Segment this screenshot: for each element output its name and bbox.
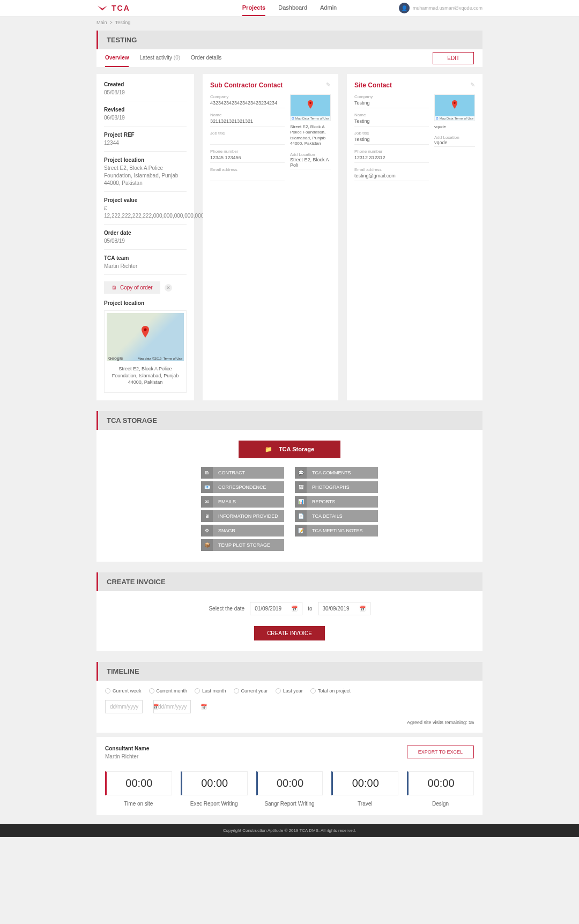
timeline-to-date[interactable]: dd/mm/yyyy📅	[153, 700, 191, 713]
travel-box: 00:00Travel	[331, 771, 398, 807]
team-value: Martin Richter	[104, 263, 187, 270]
envelope-icon: ✉	[201, 496, 213, 508]
timeline-from-date[interactable]: dd/mm/yyyy📅	[105, 700, 143, 713]
doc-icon: 📄	[295, 510, 307, 522]
storage-temp-plot[interactable]: 📦TEMP PLOT STORAGE	[201, 539, 284, 551]
radio-current-year[interactable]: Current year	[234, 688, 268, 694]
edit-subcon-icon[interactable]: ✎	[326, 81, 331, 88]
storage-meeting-notes[interactable]: 📝TCA MEETING NOTES	[295, 525, 378, 536]
gear-icon: ⚙	[201, 525, 213, 536]
invoice-title: CREATE INVOICE	[96, 572, 482, 591]
timeline-title: TIMELINE	[96, 662, 482, 681]
consultant-label: Consultant Name	[105, 746, 149, 751]
storage-info-provided[interactable]: 🖥INFORMATION PROVIDED	[201, 510, 284, 522]
sangr-report-box: 00:00Sangr Report Writing	[256, 771, 323, 807]
created-value: 05/08/19	[104, 89, 187, 96]
orderdate-value: 05/08/19	[104, 237, 187, 245]
nav-admin[interactable]: Admin	[320, 0, 337, 16]
mail-icon: 📧	[201, 481, 213, 493]
image-icon: 🖼	[295, 481, 307, 493]
storage-reports[interactable]: 📊REPORTS	[295, 496, 378, 508]
nav-projects[interactable]: Projects	[242, 0, 265, 16]
storage-snagr[interactable]: ⚙SNAGR	[201, 525, 284, 536]
main-nav: Projects Dashboard Admin	[242, 0, 337, 16]
consultant-name: Martin Richter	[105, 753, 149, 761]
map-pin-icon	[307, 100, 314, 110]
site-map[interactable]: GMap DataTerms of Use	[434, 94, 475, 121]
storage-details[interactable]: 📄TCA DETAILS	[295, 510, 378, 522]
nav-dashboard[interactable]: Dashboard	[278, 0, 307, 16]
calendar-icon: 📅	[359, 606, 366, 612]
radio-last-month[interactable]: Last month	[195, 688, 226, 694]
subcon-title: Sub Contractor Contact	[210, 81, 331, 89]
calendar-icon: 📅	[291, 606, 298, 612]
map-section-label: Project location	[104, 300, 187, 306]
location-value: Street E2, Block A Police Foundation, Is…	[104, 165, 187, 187]
file-icon: 🗎	[112, 285, 117, 290]
top-bar: TCA Projects Dashboard Admin 👤 muhammad.…	[0, 0, 579, 17]
notes-icon: 📝	[295, 525, 307, 536]
value-label: Project value	[104, 197, 187, 203]
breadcrumb-current: Testing	[115, 20, 131, 25]
user-area[interactable]: 👤 muhammad.usman@vqode.com	[399, 3, 482, 13]
storage-emails[interactable]: ✉EMAILS	[201, 496, 284, 508]
radio-last-year[interactable]: Last year	[276, 688, 303, 694]
folder-icon: 📁	[265, 446, 272, 453]
chart-icon: 📊	[295, 496, 307, 508]
tab-latest-activity[interactable]: Latest activity (0)	[139, 49, 180, 67]
monitor-icon: 🖥	[201, 510, 213, 522]
radio-total-project[interactable]: Total on project	[310, 688, 351, 694]
copy-of-order-button[interactable]: 🗎Copy of order	[104, 281, 160, 294]
value-value: £ 12,222,222,222,222,000,000,000,000,000	[104, 205, 187, 220]
footer: Copyright Construction Aptitude © 2019 T…	[0, 824, 579, 837]
username: muhammad.usman@vqode.com	[413, 5, 482, 11]
tca-storage-button[interactable]: 📁TCA Storage	[239, 441, 340, 458]
select-date-label: Select the date	[209, 606, 244, 612]
edit-button[interactable]: EDIT	[433, 52, 474, 64]
breadcrumb-main[interactable]: Main	[96, 20, 107, 25]
google-logo: Google	[108, 356, 123, 361]
tabs: Overview Latest activity (0) Order detai…	[96, 49, 230, 67]
created-label: Created	[104, 81, 187, 87]
revised-value: 06/08/19	[104, 114, 187, 122]
ref-value: 12344	[104, 139, 187, 147]
breadcrumb: Main > Testing	[96, 17, 482, 28]
visits-remaining: Agreed site visits remaining: 15	[105, 720, 474, 725]
logo[interactable]: TCA	[96, 4, 130, 12]
team-label: TCA team	[104, 255, 187, 261]
ref-label: Project REF	[104, 132, 187, 138]
logo-text: TCA	[112, 4, 130, 12]
subcon-map[interactable]: GMap DataTerms of Use	[290, 94, 331, 121]
map-pin-icon	[141, 326, 150, 339]
storage-photographs[interactable]: 🖼PHOTOGRAPHS	[295, 481, 378, 493]
svg-point-1	[309, 102, 311, 104]
page-title: TESTING	[96, 31, 482, 49]
storage-title: TCA STORAGE	[96, 411, 482, 430]
export-excel-button[interactable]: EXPORT TO EXCEL	[407, 746, 474, 758]
svg-point-2	[454, 102, 456, 104]
calendar-icon: 📅	[201, 704, 207, 710]
time-on-site-box: 00:00Time on site	[105, 771, 172, 807]
radio-current-week[interactable]: Current week	[105, 688, 142, 694]
consultant-panel: Consultant Name Martin Richter EXPORT TO…	[96, 737, 482, 815]
site-contact-card: Site Contact ✎ CompanyTesting NameTestin…	[347, 74, 482, 400]
revised-label: Revised	[104, 107, 187, 113]
subcontractor-contact-card: Sub Contractor Contact ✎ Company43234234…	[203, 74, 338, 400]
tab-overview[interactable]: Overview	[105, 49, 129, 67]
location-label: Project location	[104, 157, 187, 163]
storage-correspondence[interactable]: 📧CORRESPONDENCE	[201, 481, 284, 493]
edit-site-icon[interactable]: ✎	[470, 81, 475, 88]
project-location-map[interactable]: GoogleMap data ©2019 Terms of Use Street…	[104, 310, 187, 393]
create-invoice-button[interactable]: CREATE INVOICE	[254, 626, 325, 640]
project-meta-card: Created05/08/19 Revised06/08/19 Project …	[96, 74, 194, 400]
chat-icon: 💬	[295, 467, 307, 479]
avatar: 👤	[399, 3, 410, 13]
remove-copy-button[interactable]: ✕	[165, 284, 172, 292]
tab-order-details[interactable]: Order details	[191, 49, 221, 67]
storage-contract[interactable]: 🗎CONTRACT	[201, 467, 284, 479]
storage-comments[interactable]: 💬TCA COMMENTS	[295, 467, 378, 479]
radio-current-month[interactable]: Current month	[149, 688, 188, 694]
invoice-to-date[interactable]: 30/09/2019📅	[318, 602, 370, 615]
map-pin-icon	[451, 100, 458, 110]
invoice-from-date[interactable]: 01/09/2019📅	[250, 602, 302, 615]
